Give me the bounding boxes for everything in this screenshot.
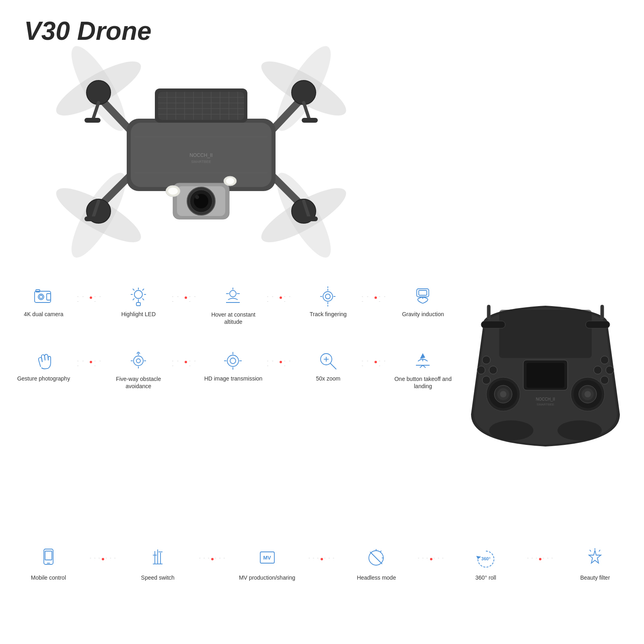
gesture-icon (33, 350, 55, 372)
svg-line-137 (370, 552, 382, 564)
feature-4k-label: 4K dual camera (24, 311, 63, 317)
obstacle-icon (128, 350, 150, 372)
svg-line-139 (380, 551, 381, 552)
svg-point-83 (558, 420, 602, 440)
sep1b: - - - (94, 286, 105, 303)
svg-line-96 (142, 289, 144, 290)
feature-highlight-led: Highlight LED (107, 286, 170, 317)
roll-icon: 360° (474, 547, 498, 571)
svg-point-104 (323, 292, 333, 301)
feature-zoom: 50x zoom (296, 350, 360, 382)
svg-point-52 (226, 178, 234, 184)
svg-rect-81 (601, 305, 604, 319)
sep3b: - - - (284, 286, 295, 303)
camera-icon (33, 286, 55, 308)
dot3 (280, 296, 282, 299)
drone-image-area: NOCCH_II SMARTBEE (20, 12, 382, 286)
beauty-icon (584, 547, 606, 571)
feature-mobile: Mobile control (8, 547, 88, 581)
svg-marker-143 (589, 550, 601, 563)
headless-icon (365, 547, 387, 571)
remote-illustration: NOCCH_II SMARTBEE (459, 302, 632, 455)
feature-speed-label: Speed switch (141, 574, 175, 581)
sep4b: - - - (379, 286, 390, 303)
features-row-1: 4K dual camera - - - - - - Highlight LED… (12, 286, 455, 325)
track-icon (317, 286, 339, 308)
dot2 (185, 296, 187, 299)
feature-4k-camera: 4K dual camera (12, 286, 75, 317)
dot4 (374, 296, 377, 299)
svg-rect-80 (487, 305, 490, 319)
svg-point-70 (482, 356, 490, 364)
svg-point-85 (38, 294, 44, 300)
svg-point-111 (134, 356, 143, 366)
svg-rect-22 (84, 216, 101, 221)
feature-speed: Speed switch (117, 547, 198, 581)
sep4: - - - (362, 286, 372, 303)
feature-track: Track fingering (296, 286, 360, 317)
feature-gesture-label: Gesture photography (17, 375, 70, 382)
speed-icon (147, 547, 169, 571)
svg-rect-127 (45, 551, 52, 560)
remote-control-area: NOCCH_II SMARTBEE (459, 302, 632, 455)
svg-line-94 (133, 289, 134, 290)
svg-point-75 (606, 366, 614, 374)
svg-line-146 (590, 550, 591, 551)
feature-360-roll: 360° 360° roll (446, 547, 526, 581)
svg-point-72 (482, 376, 490, 384)
svg-rect-88 (36, 290, 40, 292)
svg-text:SMARTBEE: SMARTBEE (191, 160, 211, 164)
feature-gesture: Gesture photography (12, 350, 75, 382)
hover-icon (222, 286, 244, 308)
feature-gravity: Gravity induction (391, 286, 455, 317)
sep2b: - - - (189, 286, 200, 303)
dot1 (90, 296, 92, 299)
svg-point-71 (477, 366, 485, 374)
gravity-icon (412, 286, 434, 308)
svg-text:MV: MV (263, 555, 271, 561)
svg-point-48 (195, 195, 199, 199)
svg-rect-20 (84, 118, 101, 123)
mv-icon: MV (256, 547, 278, 571)
svg-point-99 (230, 290, 236, 297)
svg-point-69 (584, 391, 591, 397)
feature-beauty: Beauty filter (555, 547, 635, 581)
features-row-3: Mobile control - - - - - - Speed switch … (8, 547, 636, 581)
feature-roll-label: 360° roll (475, 574, 496, 581)
page-container: V30 Drone (0, 0, 644, 644)
svg-point-82 (489, 420, 533, 440)
feature-gravity-label: Gravity induction (402, 311, 444, 317)
svg-point-77 (594, 366, 602, 374)
zoom-icon (317, 350, 339, 372)
svg-point-105 (325, 294, 330, 299)
svg-point-50 (168, 187, 178, 195)
svg-point-114 (230, 358, 236, 364)
sep3: - - - (267, 286, 278, 303)
svg-text:NOCCH_II: NOCCH_II (536, 397, 555, 401)
svg-rect-87 (47, 294, 51, 300)
svg-rect-109 (419, 290, 427, 295)
svg-line-95 (142, 298, 144, 300)
svg-rect-78 (481, 321, 505, 328)
feature-zoom-label: 50x zoom (316, 375, 340, 382)
svg-point-76 (601, 376, 609, 384)
sep2: - - - (172, 286, 183, 303)
feature-hd: HD image transmission (202, 350, 265, 382)
feature-hover: Hover at constant altitude (202, 286, 265, 325)
drone-illustration: NOCCH_II SMARTBEE (30, 18, 372, 280)
feature-mobile-label: Mobile control (31, 574, 66, 581)
svg-line-145 (599, 550, 600, 551)
svg-point-86 (39, 295, 43, 298)
svg-point-112 (136, 359, 140, 363)
svg-point-74 (601, 356, 609, 364)
svg-text:SMARTBEE: SMARTBEE (537, 403, 554, 406)
svg-point-73 (489, 366, 497, 374)
svg-text:360°: 360° (481, 556, 490, 561)
feature-led-label: Highlight LED (121, 311, 156, 317)
feature-headless-label: Headless mode (357, 574, 396, 581)
feature-takeoff-label: One button takeoff and landing (391, 375, 455, 390)
svg-rect-55 (499, 310, 592, 358)
svg-rect-57 (527, 363, 564, 388)
svg-line-97 (133, 298, 134, 300)
sep1: - - - (77, 286, 88, 303)
